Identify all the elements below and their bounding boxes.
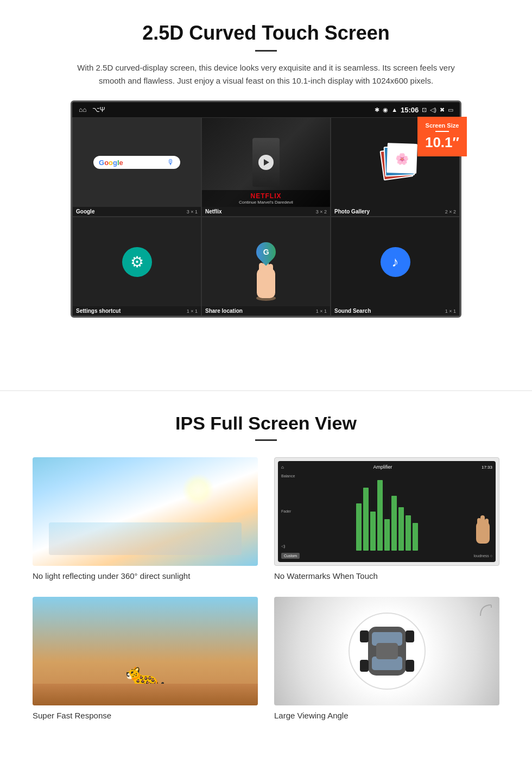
- section-curved: 2.5D Curved Touch Screen With 2.5D curve…: [0, 0, 532, 369]
- device-outer: ⌂ Ψ ✱ ◉ ▲ 15:06 ⊡ ◁) ✖ ▭: [71, 100, 461, 318]
- sound-thumbnail: ♪: [331, 217, 459, 306]
- amp-bar-2: [363, 488, 369, 551]
- google-label-size: 3 × 1: [187, 209, 198, 215]
- location-icon: ◉: [383, 106, 388, 113]
- netflix-label-bar: Netflix 3 × 2: [202, 207, 330, 216]
- google-label-name: Google: [76, 209, 94, 215]
- google-label-bar: Google 3 × 1: [73, 207, 201, 216]
- amp-hand-icon: [473, 514, 492, 546]
- amp-label-vol: ◁): [281, 544, 300, 548]
- google-search-bar[interactable]: Google 🎙: [93, 156, 180, 169]
- svg-rect-4: [268, 264, 273, 276]
- flower-photo: 🌸: [388, 144, 416, 173]
- amp-screen: ⌂ Amplifier 17:33 Balance Fader ◁): [278, 461, 496, 562]
- amp-bar-6: [391, 496, 397, 551]
- svg-rect-13: [360, 630, 369, 642]
- status-left: ⌂ Ψ: [79, 106, 105, 113]
- play-triangle: [264, 159, 269, 166]
- amp-content: Balance Fader ◁): [281, 472, 492, 551]
- app-cell-google[interactable]: Google 🎙 Google 3 × 1: [72, 117, 201, 217]
- feature-img-amplifier: ⌂ Amplifier 17:33 Balance Fader ◁): [274, 457, 499, 566]
- sound-label-bar: Sound Search 1 × 1: [331, 306, 459, 316]
- app-grid: Google 🎙 Google 3 × 1: [72, 117, 460, 316]
- settings-label-bar: Settings shortcut 1 × 1: [73, 306, 201, 316]
- amp-bottom: Custom loudness ○: [281, 553, 492, 559]
- amp-bar-1: [356, 503, 362, 551]
- google-thumbnail: Google 🎙: [73, 118, 201, 207]
- amp-label-balance: Balance: [281, 474, 300, 478]
- angle-indicator: [478, 602, 494, 619]
- photo-card-3: 🌸: [387, 143, 417, 174]
- svg-rect-3: [259, 263, 264, 276]
- app-cell-netflix[interactable]: NETFLIX Continue Marvel's Daredevil Netf…: [201, 117, 331, 217]
- netflix-logo: NETFLIX: [205, 192, 327, 200]
- netflix-overlay: NETFLIX Continue Marvel's Daredevil: [202, 190, 330, 207]
- badge-label: Screen Size: [425, 122, 459, 129]
- screen-size-badge: Screen Size 10.1″: [417, 117, 467, 156]
- sound-icon-circle: ♪: [381, 247, 410, 277]
- app-cell-settings[interactable]: ⚙ Settings shortcut 1 × 1: [72, 217, 201, 316]
- rect-icon: ▭: [448, 106, 453, 113]
- badge-line: [435, 131, 449, 132]
- gear-icon: ⚙: [130, 253, 144, 271]
- section2-title: IPS Full Screen View: [33, 413, 499, 434]
- feature-grid: No light reflecting under 360° direct su…: [33, 457, 499, 720]
- amp-home-icon: ⌂: [281, 465, 284, 470]
- section-ips: IPS Full Screen View No light reflecting…: [0, 391, 532, 742]
- sun-flare: [182, 474, 214, 506]
- x-icon: ✖: [440, 106, 445, 113]
- settings-label-name: Settings shortcut: [76, 308, 121, 314]
- amp-custom-btn[interactable]: Custom: [281, 553, 300, 559]
- home-icon[interactable]: ⌂: [79, 106, 87, 113]
- sound-label-name: Sound Search: [334, 308, 371, 314]
- usb-icon: Ψ: [92, 106, 105, 113]
- share-label-bar: Share location 1 × 1: [202, 306, 330, 316]
- amp-bar-8: [406, 515, 411, 551]
- svg-rect-16: [406, 660, 414, 672]
- feature-caption-cheetah: Super Fast Response: [33, 711, 258, 720]
- amp-bar-4: [377, 480, 383, 551]
- feature-caption-amplifier: No Watermarks When Touch: [274, 571, 499, 581]
- section1-title: 2.5D Curved Touch Screen: [33, 22, 499, 45]
- netflix-label-size: 3 × 2: [316, 209, 327, 215]
- car-top-view-icon: [344, 608, 430, 695]
- play-button[interactable]: [258, 155, 274, 170]
- mic-icon[interactable]: 🎙: [167, 158, 175, 167]
- svg-rect-8: [485, 519, 489, 527]
- feature-caption-car: Large Viewing Angle: [274, 711, 499, 720]
- title-underline: [255, 50, 277, 52]
- amp-label-fader: Fader: [281, 509, 300, 513]
- gallery-label-name: Photo Gallery: [334, 209, 370, 215]
- badge-size: 10.1″: [425, 134, 459, 151]
- share-thumbnail: G: [202, 217, 330, 306]
- svg-rect-7: [477, 518, 481, 528]
- settings-icon-circle: ⚙: [122, 247, 152, 277]
- ips-title-underline: [255, 439, 277, 441]
- cheetah-ground: [33, 684, 258, 705]
- maps-hand-group: G: [252, 242, 280, 301]
- camera-icon: ⊡: [422, 106, 427, 113]
- feature-caption-sunlight: No light reflecting under 360° direct su…: [33, 571, 258, 581]
- netflix-label-name: Netflix: [205, 209, 222, 215]
- amp-loudness: loudness ○: [474, 554, 492, 558]
- amp-bar-3: [370, 512, 376, 551]
- amp-header: ⌂ Amplifier 17:33: [281, 464, 492, 470]
- amp-title: Amplifier: [373, 464, 392, 470]
- netflix-subtitle: Continue Marvel's Daredevil: [205, 200, 327, 205]
- amp-bar-7: [398, 507, 404, 551]
- wifi-icon: ▲: [391, 106, 397, 113]
- app-cell-share[interactable]: G Share: [201, 217, 331, 316]
- status-time: 15:06: [401, 106, 419, 114]
- section1-desc: With 2.5D curved-display screen, this de…: [76, 61, 456, 87]
- app-cell-sound[interactable]: ♪ Sound Search 1 × 1: [331, 217, 460, 316]
- svg-rect-15: [360, 660, 369, 672]
- feature-img-sunlight: [33, 457, 258, 566]
- music-note-icon: ♪: [392, 254, 399, 270]
- feature-item-car: Large Viewing Angle: [274, 597, 499, 720]
- google-logo: Google: [99, 159, 123, 167]
- device-screen: ⌂ Ψ ✱ ◉ ▲ 15:06 ⊡ ◁) ✖ ▭: [71, 100, 461, 318]
- amp-labels: Balance Fader ◁): [281, 472, 300, 551]
- feature-img-car: [274, 597, 499, 705]
- settings-thumbnail: ⚙: [73, 217, 201, 306]
- share-label-name: Share location: [205, 308, 243, 314]
